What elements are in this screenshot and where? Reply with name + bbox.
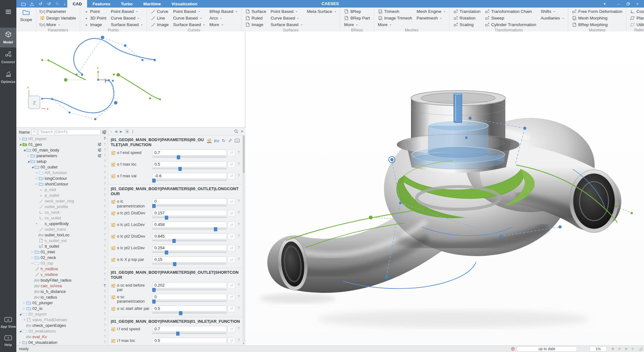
ribbon-item-transformation-chain[interactable]: Transformation Chain (483, 8, 538, 15)
tree-expander-icon[interactable]: ▷ (22, 307, 26, 310)
slider-thumb[interactable] (179, 311, 182, 315)
back-icon[interactable]: ‹ (64, 0, 65, 8)
help-icon[interactable]: ? (103, 295, 106, 299)
reset-button[interactable]: ↺ (228, 150, 235, 156)
help-icon[interactable]: ? (103, 261, 106, 265)
maximize-button[interactable] (624, 1, 632, 7)
slider-thumb[interactable] (173, 262, 176, 266)
sort-button[interactable]: ^ (31, 129, 37, 135)
sidebar-item-connect[interactable]: Connect (0, 47, 16, 67)
tree-item-parameters[interactable]: ▷parameters? (16, 153, 108, 158)
ribbon-item-coordinate-system[interactable]: Coordinate System (628, 8, 644, 15)
arrow-up-icon[interactable]: ↑ (110, 129, 112, 134)
reset-button[interactable]: ↺ (228, 282, 235, 289)
reset-button[interactable]: ↺ (228, 210, 235, 217)
tab-visualization[interactable]: Visualization (166, 0, 203, 8)
help-icon[interactable]: ? (236, 199, 241, 203)
param-slider[interactable] (152, 217, 227, 218)
ribbon-item-surface-based[interactable]: Surface Based (171, 21, 207, 28)
ribbon-item-curve[interactable]: Curve (148, 8, 171, 15)
ribbon-item-parameter[interactable]: f(x)Parameter (38, 8, 78, 15)
ribbon-item-image[interactable]: Image (148, 21, 171, 28)
help-icon[interactable]: ? (103, 255, 106, 260)
slider-thumb[interactable] (152, 300, 156, 304)
param-value-input[interactable] (152, 198, 227, 204)
help-icon[interactable]: ? (236, 222, 241, 227)
folder-icon[interactable] (21, 2, 26, 6)
ribbon-item-point-based[interactable]: Point Based (108, 8, 145, 15)
tree-item-shortContour[interactable]: ▷shortContour? (16, 181, 108, 187)
tree-item-s_upperBody[interactable]: +s_upperBody? (16, 221, 108, 226)
ribbon-item-image[interactable]: Image (243, 21, 269, 28)
ribbon-item-shifts[interactable]: Shifts (538, 8, 566, 15)
help-icon[interactable]: ? (103, 306, 106, 311)
help-icon[interactable]: ? (103, 238, 106, 243)
help-icon[interactable]: ? (103, 233, 106, 237)
reset-button[interactable]: ↺ (228, 161, 235, 168)
ribbon-item-trimesh[interactable]: Trimesh (376, 8, 414, 15)
pencil-icon[interactable] (228, 139, 232, 143)
param-value-input[interactable] (152, 210, 227, 216)
tree-expander-icon[interactable]: ▷ (31, 250, 35, 253)
param-slider[interactable] (152, 251, 227, 253)
ribbon-item-more[interactable]: More (207, 21, 240, 28)
reset-button[interactable]: ↺ (228, 294, 235, 300)
help-icon[interactable]: ? (236, 306, 241, 311)
param-slider[interactable] (152, 333, 227, 334)
ribbon-item-image-trimesh[interactable]: Image Trimesh (376, 15, 414, 21)
tree-item-01_plunger[interactable]: ▷01_plunger? (16, 300, 108, 305)
param-value-input[interactable] (152, 256, 227, 262)
param-value-input[interactable] (152, 161, 227, 167)
help-icon[interactable]: ? (236, 150, 241, 155)
ribbon-item-free-form-deformation[interactable]: Free Form Deformation (570, 8, 625, 15)
reset-button[interactable]: ↺ (228, 173, 235, 179)
refresh-icon[interactable]: ↻ (222, 138, 225, 143)
tree-item-setup[interactable]: ◢setup? (16, 158, 108, 164)
help-icon[interactable]: ? (103, 267, 106, 271)
param-value-input[interactable] (152, 282, 227, 288)
scope-button[interactable]: Scope (16, 8, 36, 31)
tree-item-outlet_trans[interactable]: outlet_trans? (16, 226, 108, 232)
close-icon[interactable]: × (241, 129, 243, 134)
tree-item-02_neck[interactable]: ▷02_neck? (16, 255, 108, 260)
help-icon[interactable]: ? (103, 221, 106, 226)
ribbon-item-brep[interactable]: BRep (342, 8, 372, 15)
tab-features[interactable]: Features (87, 0, 115, 8)
tree-item-p_mid[interactable]: p_mid? (16, 187, 108, 192)
tree-expander-icon[interactable]: ◢ (18, 330, 22, 333)
close-button[interactable]: × (633, 1, 641, 7)
nudge-marker-icon[interactable] (624, 347, 628, 351)
param-scrollbar[interactable]: ▼ (242, 135, 245, 343)
viewport-3d[interactable] (246, 31, 644, 346)
fit-view-icon[interactable] (125, 129, 130, 134)
help-icon[interactable]: ? (236, 162, 241, 166)
help-icon[interactable]: ? (103, 153, 106, 158)
filter-sliders-icon[interactable] (102, 130, 107, 134)
tree-expander-icon[interactable]: ◢ (18, 143, 22, 146)
ribbon-item-surface-based[interactable]: Surface Based (108, 21, 145, 28)
param-value-input[interactable] (152, 305, 227, 311)
ribbon-item-image[interactable]: Image (82, 21, 109, 28)
tree-item-s_outlet_ext[interactable]: s_outlet_ext? (16, 238, 108, 243)
undo-icon[interactable]: ↺ (38, 2, 43, 6)
slider-thumb[interactable] (165, 216, 168, 220)
slider-thumb[interactable] (178, 167, 182, 171)
nudge-marker-icon[interactable] (631, 347, 635, 351)
tree-item-eval_Kv[interactable]: f(x)eval_Kv? (16, 334, 108, 339)
tree-item-check_openEdges[interactable]: f(x)check_openEdges? (16, 322, 108, 328)
tree-item-calc_ioArea[interactable]: f(x)calc_ioArea? (16, 283, 108, 289)
reset-button[interactable]: ↺ (228, 222, 235, 228)
help-icon[interactable]: ? (103, 176, 106, 180)
tree-expander-icon[interactable]: ◢ (22, 149, 26, 151)
param-value-input[interactable] (152, 233, 227, 239)
tree-item-02_export[interactable]: ◢02_export? (16, 311, 108, 317)
sidebar-item-app-view[interactable]: AApp View (0, 314, 16, 332)
tree-expander-icon[interactable]: ▷ (18, 341, 22, 344)
help-icon[interactable]: ? (236, 283, 241, 287)
ribbon-item-panelmesh[interactable]: Panelmesh (414, 15, 448, 21)
ribbon-item-sweep[interactable]: Sweep (483, 15, 538, 21)
param-slider[interactable] (152, 228, 227, 230)
ribbon-item-ruled[interactable]: Ruled (243, 15, 269, 21)
ribbon-item-brep-part[interactable]: BRep Part (342, 15, 372, 21)
ribbon-item-auxiliaries[interactable]: Auxiliaries (538, 15, 566, 21)
